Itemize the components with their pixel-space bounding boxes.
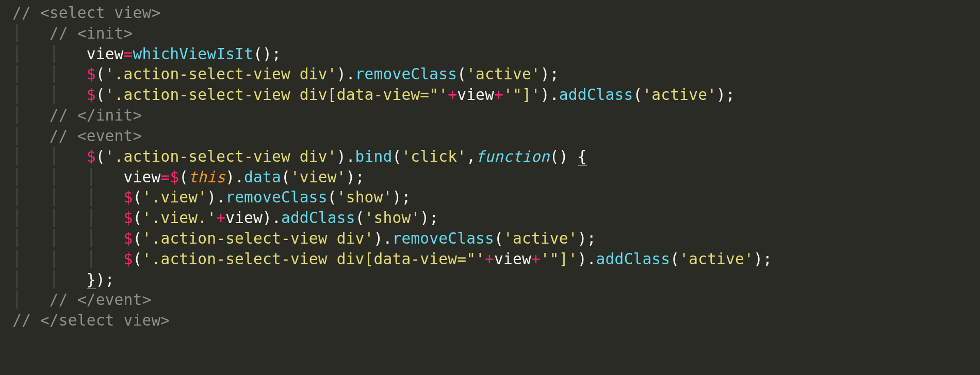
comment: // <event>: [50, 127, 142, 145]
code-line: │ // </init>: [12, 107, 142, 124]
code-line: │ │ │ $('.action-select-view div[data-vi…: [12, 250, 772, 268]
code-line: │ // </event>: [12, 291, 151, 309]
code-line: │ │ │ $('.view.'+view).addClass('show');: [12, 209, 438, 227]
code-line: │ │ });: [12, 271, 115, 289]
comment: // </event>: [50, 291, 152, 309]
comment: // <select view>: [12, 4, 160, 22]
code-line: │ │ │ view=$(this).data('view');: [12, 168, 365, 186]
code-line: // </select view>: [12, 312, 170, 329]
code-line: │ │ │ $('.action-select-view div').remov…: [12, 230, 596, 247]
comment: // <init>: [50, 25, 133, 42]
comment: // </select view>: [12, 312, 170, 329]
code-line: │ │ $('.action-select-view div').removeC…: [12, 65, 559, 83]
code-line: │ │ view=whichViewIsIt();: [12, 45, 281, 63]
code-editor[interactable]: // <select view> │ // <init> │ │ view=wh…: [0, 0, 980, 331]
code-line: │ // <init>: [12, 25, 133, 42]
code-line: │ // <event>: [12, 127, 142, 145]
code-line: │ │ │ $('.view').removeClass('show');: [12, 189, 411, 206]
code-line: │ │ $('.action-select-view div').bind('c…: [12, 148, 587, 166]
code-line: // <select view>: [12, 4, 160, 22]
comment: // </init>: [50, 107, 142, 124]
code-line: │ │ $('.action-select-view div[data-view…: [12, 86, 735, 104]
